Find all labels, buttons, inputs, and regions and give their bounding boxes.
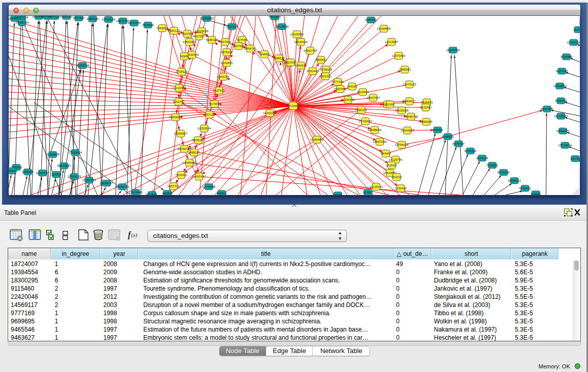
svg-text:12342737: 12342737 [36,171,50,174]
svg-text:746266: 746266 [347,85,358,88]
svg-text:11302253: 11302253 [263,112,277,115]
svg-text:10543362: 10543362 [183,40,197,43]
svg-text:6497563: 6497563 [334,87,346,91]
svg-text:9227343: 9227343 [556,70,568,73]
svg-text:2718129: 2718129 [176,70,188,73]
svg-text:14120746: 14120746 [389,158,403,161]
svg-text:1615112: 1615112 [386,164,398,167]
svg-text:90975887: 90975887 [57,164,71,167]
svg-text:7485063: 7485063 [399,68,411,71]
svg-text:9657771: 9657771 [167,185,180,188]
svg-text:19654923: 19654923 [401,129,415,132]
svg-text:9474444: 9474444 [464,149,476,152]
svg-text:7515526: 7515526 [142,24,154,27]
svg-text:9327507: 9327507 [193,35,205,38]
svg-text:10025438: 10025438 [395,109,409,112]
svg-text:111753: 111753 [573,28,580,31]
svg-text:8267130: 8267130 [203,113,215,116]
svg-text:94656: 94656 [334,193,342,195]
svg-text:9515663: 9515663 [421,101,433,104]
svg-text:10688609: 10688609 [368,128,382,132]
svg-text:12505135: 12505135 [68,175,81,178]
svg-text:917005: 917005 [209,102,220,105]
svg-text:9115460: 9115460 [420,106,432,109]
svg-text:17359924: 17359924 [69,151,82,154]
svg-text:10973493: 10973493 [392,54,406,57]
svg-text:16648754: 16648754 [446,49,460,52]
svg-text:8660123: 8660123 [168,29,180,32]
svg-text:12213987: 12213987 [385,40,399,43]
svg-text:9790443: 9790443 [307,70,319,73]
svg-text:10654112: 10654112 [508,179,521,182]
svg-text:93906: 93906 [180,55,189,58]
svg-text:12093822: 12093822 [553,84,567,87]
svg-text:144095: 144095 [432,128,443,132]
svg-text:107827: 107827 [363,191,374,194]
svg-text:7663822: 7663822 [156,27,168,30]
svg-text:939154: 939154 [9,169,17,172]
svg-text:1527602: 1527602 [73,16,85,19]
svg-text:12213382: 12213382 [172,86,186,90]
svg-text:20053346: 20053346 [76,64,90,67]
svg-text:6879197: 6879197 [452,142,465,145]
svg-text:10719155: 10719155 [102,18,116,21]
svg-text:19218906: 19218906 [275,25,289,28]
svg-text:(x): (x) [131,232,138,238]
svg-text:9529986: 9529986 [560,55,573,58]
svg-text:984067: 984067 [381,152,391,155]
svg-text:20206578: 20206578 [46,153,60,156]
svg-text:9777169: 9777169 [332,80,344,83]
svg-text:8215955: 8215955 [541,107,553,111]
svg-text:8454749: 8454749 [244,47,256,50]
svg-text:18724007: 18724007 [287,104,300,107]
svg-text:14099485: 14099485 [183,161,197,164]
svg-text:7625402: 7625402 [175,173,187,177]
svg-text:9242845: 9242845 [221,61,233,64]
svg-text:13495798: 13495798 [404,115,418,118]
svg-text:1621022: 1621022 [319,75,332,78]
svg-text:14055724: 14055724 [15,16,29,19]
svg-text:16640910: 16640910 [294,40,308,43]
svg-text:19384554: 19384554 [310,138,324,141]
svg-text:1244415: 1244415 [555,99,567,102]
svg-text:7632621: 7632621 [486,164,498,167]
svg-text:1610752: 1610752 [172,100,185,103]
svg-text:16033809: 16033809 [200,17,214,20]
svg-text:1362615: 1362615 [295,64,307,67]
svg-text:15751034: 15751034 [567,41,580,44]
svg-text:2903144: 2903144 [217,75,229,78]
svg-text:7857234: 7857234 [226,25,238,28]
svg-text:13325419: 13325419 [290,33,304,36]
svg-text:16154808: 16154808 [377,27,391,30]
svg-text:19654982: 19654982 [169,116,183,119]
svg-text:7955812: 7955812 [315,58,327,61]
svg-text:2687682: 2687682 [365,18,377,21]
svg-text:114519: 114519 [51,173,61,176]
svg-text:911546: 911546 [147,193,157,195]
svg-text:17957253: 17957253 [82,179,96,182]
svg-text:14055724: 14055724 [15,21,29,24]
svg-text:19166827: 19166827 [174,132,188,135]
svg-text:8813054: 8813054 [269,16,281,18]
svg-text:6466160: 6466160 [86,17,99,20]
svg-text:17016534: 17016534 [558,144,572,147]
svg-text:9498212: 9498212 [188,151,200,154]
svg-text:8471626: 8471626 [497,171,510,174]
svg-text:16961758: 16961758 [303,49,317,52]
svg-text:10046786: 10046786 [178,147,191,150]
svg-text:10671355: 10671355 [127,21,141,25]
svg-text:10507487: 10507487 [366,96,380,99]
svg-text:3024554: 3024554 [357,91,369,94]
svg-text:12975125: 12975125 [403,83,417,86]
svg-text:18807299: 18807299 [373,140,387,143]
svg-text:9427512: 9427512 [213,89,225,92]
svg-text:62160: 62160 [386,103,395,106]
svg-text:116753: 116753 [570,157,580,160]
svg-text:15720407: 15720407 [359,120,373,123]
svg-text:13716485: 13716485 [202,185,216,188]
svg-text:1156829: 1156829 [22,170,34,173]
svg-text:21364436: 21364436 [341,98,355,101]
svg-text:8899695: 8899695 [420,120,432,123]
svg-text:9146821: 9146821 [258,53,271,56]
svg-text:252214: 252214 [391,176,402,179]
